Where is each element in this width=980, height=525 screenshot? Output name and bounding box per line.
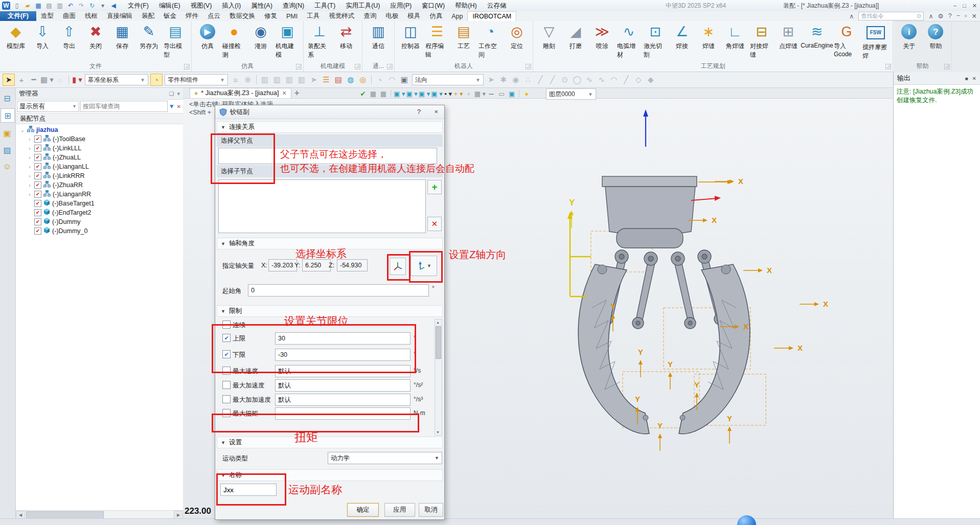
solid-view-icon[interactable]: ▣ <box>1 126 14 140</box>
expander-icon[interactable]: › <box>27 192 32 197</box>
ribbon-tab-1[interactable]: 曲面 <box>58 11 80 21</box>
maximize-button[interactable]: □ <box>963 3 966 9</box>
dialog-close-button[interactable]: × <box>434 108 438 116</box>
tree-node-6[interactable]: ›✔(-)LianganRR <box>16 190 183 199</box>
mdi-close-icon[interactable]: ✕ <box>972 12 977 20</box>
ribbon-tab-14[interactable]: 电极 <box>381 11 403 21</box>
remove-node-button[interactable]: ✕ <box>427 217 442 231</box>
ribbon-button-1-2[interactable]: ◉漫游 <box>247 22 274 51</box>
ribbon-button-5-10[interactable]: ≋CuraEngine <box>802 22 832 50</box>
mdi-minimize-icon[interactable]: − <box>956 12 960 20</box>
back-icon[interactable]: ◀ <box>109 2 118 10</box>
tree-node-1[interactable]: ›✔(-)LinkLLL <box>16 144 183 153</box>
web-library-icon[interactable]: ◍ <box>345 74 356 85</box>
menu-item-5[interactable]: 查询(N) <box>278 2 309 10</box>
manager-menu-icon[interactable]: ▾ <box>177 90 180 97</box>
expander-icon[interactable]: › <box>27 164 32 170</box>
menu-item-0[interactable]: 文件(F) <box>123 2 154 10</box>
snap-line-icon[interactable]: ╱ <box>535 74 546 85</box>
limit-value-5[interactable]: 默认 <box>275 394 411 406</box>
section-settings[interactable]: ▼ 设置 <box>217 437 443 448</box>
scroll-down-icon[interactable]: ▼ <box>435 429 441 435</box>
constraint-parallel-icon[interactable]: ▥ <box>284 74 295 85</box>
menu-item-3[interactable]: 插入(I) <box>217 2 246 10</box>
visibility-checkbox[interactable]: ✔ <box>34 154 41 161</box>
pick-point-icon[interactable]: + <box>16 74 27 85</box>
anchor-icon[interactable]: ⊕ <box>242 74 254 85</box>
limit-scrollbar[interactable]: ▲ ▼ <box>435 319 442 436</box>
team-icon[interactable]: ◎ <box>357 74 369 85</box>
menu-item-11[interactable]: 云存储 <box>482 2 512 10</box>
align-icon[interactable]: ≡ <box>230 74 241 85</box>
manager-horizontal-scrollbar[interactable]: ◀ ▶ <box>16 510 183 519</box>
menu-item-1[interactable]: 编辑(E) <box>154 2 186 10</box>
ribbon-button-5-4[interactable]: ⊡激光切割 <box>642 22 669 60</box>
tab-close-icon[interactable]: ✕ <box>282 90 286 97</box>
menu-item-8[interactable]: 应用(P) <box>385 2 417 10</box>
ribbon-button-5-3[interactable]: ∿电弧增材 <box>616 22 642 60</box>
grid-b-icon[interactable]: ▦ <box>379 89 388 98</box>
ribbon-tab-6[interactable]: 焊件 <box>181 11 203 21</box>
close-button[interactable]: ✕ <box>972 3 977 9</box>
tree-node-10[interactable]: ✔(-)Dummy_0 <box>16 226 183 236</box>
y-value-field[interactable]: 6.250 <box>302 259 331 271</box>
menu-item-6[interactable]: 工具(T) <box>309 2 340 10</box>
expander-icon[interactable]: › <box>27 173 32 179</box>
user-icon[interactable]: ☺ <box>1 160 14 173</box>
remove-filter-icon[interactable]: ━ <box>28 74 39 85</box>
menu-item-2[interactable]: 视图(V) <box>186 2 217 10</box>
redo-icon[interactable]: ↷ <box>77 2 85 10</box>
limit-checkbox-4[interactable] <box>222 381 231 389</box>
visibility-checkbox[interactable]: ✔ <box>34 191 41 198</box>
cancel-button[interactable]: 取消 <box>419 503 443 517</box>
snap-line2-icon[interactable]: ╱ <box>547 74 558 85</box>
assembly-tree-icon[interactable]: ⊞ <box>1 108 15 123</box>
scrollbar-thumb[interactable] <box>436 326 441 359</box>
datum-icon[interactable]: + ▾ <box>454 89 463 98</box>
mdi-restore-icon[interactable]: ▫ <box>965 12 967 20</box>
ribbon-button-0-3[interactable]: ✖关闭 <box>82 22 109 51</box>
ribbon-button-0-5[interactable]: ✎另存为 <box>135 22 162 51</box>
ribbon-tab-18[interactable]: IROBOTCAM <box>467 11 516 21</box>
expander-icon[interactable]: ⌄ <box>20 127 25 133</box>
open-file-icon[interactable]: ▰ <box>24 2 32 10</box>
ribbon-button-6-1[interactable]: ?帮助 <box>922 22 949 51</box>
snap-points-icon[interactable]: ∴ <box>522 74 534 85</box>
snap-spline-icon[interactable]: ∿ <box>584 74 595 85</box>
ribbon-tab-3[interactable]: 直接编辑 <box>102 11 137 21</box>
ribbon-tab-0[interactable]: 造型 <box>36 11 58 21</box>
normal-combo[interactable]: 法向▼ <box>412 74 484 85</box>
new-file-icon[interactable]: ▯ <box>13 2 21 10</box>
compass-icon[interactable]: ◔ <box>374 74 385 85</box>
output-dock-icon[interactable]: ■ <box>965 76 968 81</box>
visibility-checkbox[interactable]: ✔ <box>34 181 41 189</box>
plane-style-icon[interactable]: ▭ <box>497 89 506 98</box>
ribbon-tab-8[interactable]: 数据交换 <box>225 11 260 21</box>
visibility-checkbox[interactable]: ✔ <box>34 163 41 170</box>
color-filter-icon[interactable]: ▮ ▾ <box>72 74 83 85</box>
visibility-checkbox[interactable]: ✔ <box>34 227 41 235</box>
ribbon-button-1-3[interactable]: ▣机电建模 <box>274 22 301 60</box>
snap-circle-icon[interactable]: ◯ <box>572 74 583 85</box>
ribbon-button-4-1[interactable]: ☰程序编辑 <box>424 22 450 60</box>
ribbon-tab-17[interactable]: App <box>447 11 467 21</box>
layer-combo[interactable]: 图层0000 ▼ <box>546 88 596 100</box>
tree-root-row[interactable]: ⌄jiazhua <box>16 125 183 134</box>
limit-checkbox-5[interactable] <box>222 395 231 403</box>
ribbon-button-4-2[interactable]: ▤工艺 <box>450 22 477 51</box>
filter-funnel-icon[interactable]: ▼ <box>169 103 175 110</box>
line-style-icon[interactable]: ─ <box>487 89 496 98</box>
plane-icon[interactable]: ▣ <box>399 74 410 85</box>
lasso-icon[interactable]: ◌ <box>55 74 66 85</box>
x-value-field[interactable]: -39.203 <box>268 259 297 271</box>
ribbon-button-0-0[interactable]: ◆模型库 <box>3 22 29 51</box>
visibility-checkbox[interactable]: ✔ <box>34 145 41 152</box>
ribbon-button-0-1[interactable]: ⇩导入 <box>29 22 56 51</box>
ribbon-button-5-1[interactable]: ◢打磨 <box>562 22 589 51</box>
child-node-list[interactable] <box>218 179 426 233</box>
output-close-icon[interactable]: ✕ <box>972 76 976 81</box>
section-mode-icon[interactable]: ▣ ▾ <box>419 89 430 98</box>
ribbon-button-4-3[interactable]: ◔工作空间 <box>477 22 504 60</box>
expander-icon[interactable]: › <box>27 136 32 142</box>
display-mode-icon[interactable]: ▣ ▾ <box>431 89 442 98</box>
